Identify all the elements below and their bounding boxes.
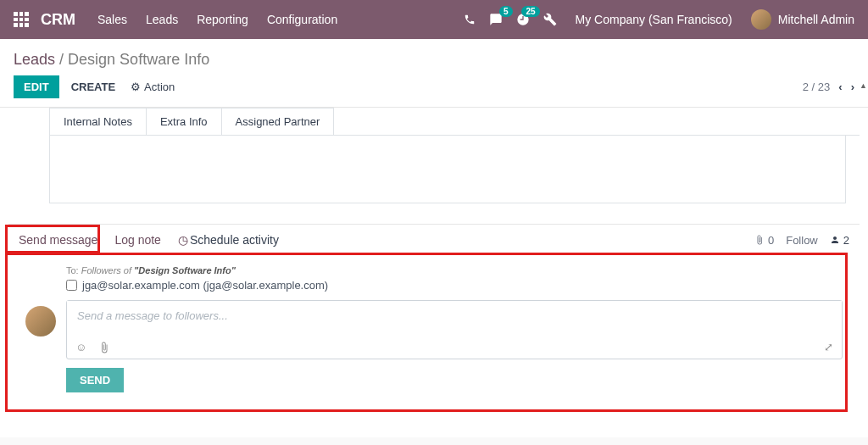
breadcrumb: Leads / Design Software Info [14, 51, 209, 68]
action-bar: EDIT CREATE ⚙Action 2 / 23 ‹ › [0, 75, 868, 108]
emoji-icon[interactable]: ☺ [75, 341, 86, 353]
paperclip-icon [754, 235, 765, 245]
edit-button[interactable]: EDIT [14, 75, 59, 98]
nav-configuration[interactable]: Configuration [267, 13, 337, 26]
chatter: Send message Log note ◷Schedule activity… [8, 224, 860, 408]
follow-button[interactable]: Follow [786, 234, 818, 247]
action-dropdown[interactable]: ⚙Action [131, 81, 175, 93]
send-button[interactable]: SEND [66, 368, 124, 392]
phone-icon[interactable] [464, 14, 476, 25]
scroll-up-arrow[interactable]: ▲ [860, 81, 867, 90]
schedule-activity-tab[interactable]: ◷Schedule activity [178, 233, 279, 247]
clock-icon: ◷ [178, 233, 188, 247]
send-message-tab[interactable]: Send message [19, 233, 97, 247]
tab-assigned-partner[interactable]: Assigned Partner [221, 108, 335, 135]
form-tabs: Internal Notes Extra Info Assigned Partn… [49, 108, 860, 136]
pager-next-icon[interactable]: › [851, 81, 854, 93]
activity-icon[interactable]: 25 [516, 13, 530, 26]
pager: 2 / 23 ‹ › [803, 81, 854, 93]
message-input[interactable] [67, 301, 842, 333]
form-content: Internal Notes Extra Info Assigned Partn… [0, 108, 868, 437]
nav-leads[interactable]: Leads [146, 13, 178, 26]
activity-badge: 25 [521, 6, 539, 17]
nav-sales[interactable]: Sales [97, 13, 127, 26]
messaging-badge: 5 [499, 6, 513, 17]
gear-icon: ⚙ [131, 81, 141, 93]
attachments-button[interactable]: 0 [754, 234, 774, 247]
apps-launcher-icon[interactable] [14, 12, 29, 27]
attach-icon[interactable] [98, 342, 110, 353]
company-selector[interactable]: My Company (San Francisco) [576, 13, 732, 26]
recipients-line: To: Followers of "Design Software Info" [66, 265, 849, 275]
topbar: CRM Sales Leads Reporting Configuration … [0, 0, 868, 39]
editor-toolbar: ☺ ⤢ [67, 336, 842, 359]
expand-composer-icon[interactable]: ⤢ [824, 341, 833, 353]
chatter-actions: Send message Log note ◷Schedule activity… [8, 225, 860, 255]
tab-extra-info[interactable]: Extra Info [146, 108, 222, 135]
breadcrumb-parent[interactable]: Leads [14, 51, 55, 68]
messaging-icon[interactable]: 5 [489, 13, 503, 26]
create-button[interactable]: CREATE [71, 81, 115, 93]
breadcrumb-row: Leads / Design Software Info [0, 39, 868, 75]
user-menu[interactable]: Mitchell Admin [778, 13, 854, 26]
suggested-recipient[interactable]: jga@solar.example.com (jga@solar.example… [66, 279, 849, 292]
breadcrumb-current: Design Software Info [68, 51, 209, 68]
pager-prev-icon[interactable]: ‹ [838, 81, 842, 93]
nav-reporting[interactable]: Reporting [197, 13, 248, 26]
user-avatar[interactable] [751, 9, 771, 30]
tab-internal-notes[interactable]: Internal Notes [49, 108, 147, 135]
compose-area: To: Followers of "Design Software Info" … [8, 255, 860, 408]
log-note-tab[interactable]: Log note [114, 233, 161, 247]
tab-content [49, 136, 846, 203]
pager-value[interactable]: 2 / 23 [803, 81, 831, 93]
message-editor: ☺ ⤢ [66, 300, 843, 359]
followers-count[interactable]: 2 [830, 234, 849, 247]
compose-avatar [25, 306, 56, 337]
suggested-recipient-checkbox[interactable] [66, 280, 77, 291]
app-brand[interactable]: CRM [41, 11, 75, 29]
debug-icon[interactable] [543, 13, 557, 26]
person-icon [830, 235, 840, 245]
